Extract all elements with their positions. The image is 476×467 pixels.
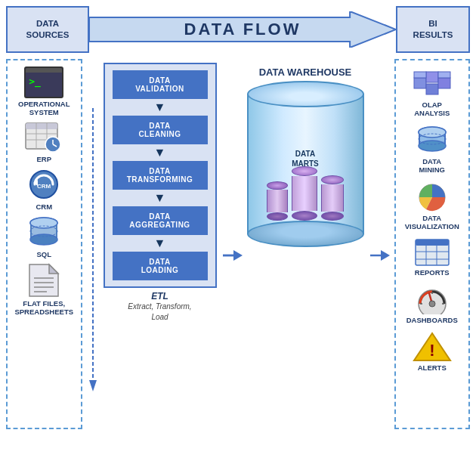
bi-alerts: ! ALERTS — [399, 329, 466, 374]
sql-icon — [26, 215, 62, 249]
svg-marker-32 — [381, 250, 390, 261]
etl-subtitle: Extract, Transform,Load — [128, 302, 191, 323]
svg-rect-2 — [26, 123, 57, 129]
svg-rect-35 — [426, 84, 438, 94]
bi-dashboards: DASHBOARDS — [399, 282, 466, 326]
arrow-4: ▼ — [113, 237, 208, 249]
main-diagram: DATA SOURCES DATA FLOW BI RESULTS > — [0, 0, 476, 435]
svg-marker-27 — [89, 380, 97, 391]
svg-point-44 — [419, 127, 446, 138]
operational-system-icon: >_ — [24, 66, 63, 98]
data-mining-icon — [413, 125, 452, 156]
wh-cylinder-top — [247, 81, 364, 107]
data-marts-group — [267, 166, 344, 221]
reports-label: REPORTS — [415, 268, 450, 277]
alerts-icon: ! — [413, 332, 452, 362]
source-erp: ERP — [11, 122, 78, 163]
etl-column: DATAVALIDATION ▼ DATACLEANING ▼ DATATRAN… — [104, 63, 217, 323]
source-sql: SQL — [11, 215, 78, 258]
arrow-2: ▼ — [113, 147, 208, 159]
etl-step-cleaning: DATACLEANING — [113, 116, 208, 144]
mart-right — [321, 175, 344, 221]
flat-files-icon — [28, 263, 60, 298]
source-flatfiles: FLAT FILES,SPREADSHEETS — [11, 263, 78, 317]
data-sources-column: >_ OPERATIONALSYSTEM — [6, 59, 82, 429]
svg-rect-36 — [438, 78, 450, 88]
etl-step-validation: DATAVALIDATION — [113, 70, 208, 99]
svg-marker-21 — [49, 264, 58, 274]
sql-label: SQL — [36, 250, 51, 258]
bi-results-header: BI RESULTS — [396, 6, 470, 53]
mart-left — [267, 181, 288, 221]
data-sources-header: DATA SOURCES — [6, 6, 89, 53]
crm-icon: CRM — [24, 168, 63, 201]
svg-rect-38 — [438, 72, 450, 78]
wh-cylinder-bottom — [247, 221, 364, 247]
dw-to-bi-arrow — [367, 59, 391, 429]
svg-point-55 — [429, 301, 435, 307]
svg-rect-34 — [426, 72, 438, 82]
svg-point-18 — [30, 218, 57, 228]
visualization-icon — [413, 182, 452, 212]
svg-rect-33 — [414, 78, 426, 88]
svg-rect-37 — [414, 72, 426, 78]
data-warehouse-column: DATA WAREHOUSE DATA MARTS — [247, 66, 364, 247]
mart-center — [292, 166, 317, 221]
svg-text:!: ! — [429, 341, 434, 360]
data-marts-label: DATA MARTS — [292, 149, 319, 169]
src-to-etl-arrow — [85, 59, 100, 429]
bi-olap: OLAPANALYSIS — [399, 66, 466, 120]
flat-files-label: FLAT FILES,SPREADSHEETS — [14, 299, 73, 317]
arrow-1: ▼ — [113, 101, 208, 113]
erp-icon — [24, 122, 63, 153]
data-flow-arrow: DATA FLOW — [89, 11, 396, 48]
alerts-label: ALERTS — [418, 363, 447, 372]
etl-steps-box: DATAVALIDATION ▼ DATACLEANING ▼ DATATRAN… — [104, 63, 217, 288]
etl-footer: ETL Extract, Transform,Load — [128, 291, 191, 323]
svg-text:CRM: CRM — [37, 183, 51, 190]
crm-label: CRM — [36, 203, 52, 211]
source-crm: CRM CRM — [11, 168, 78, 211]
etl-step-loading: DATALOADING — [113, 252, 208, 280]
olap-label: OLAPANALYSIS — [414, 101, 450, 118]
reports-icon — [413, 238, 452, 267]
data-mining-label: DATAMINING — [419, 157, 445, 175]
visualization-label: DATAVISUALIZATION — [405, 214, 459, 231]
svg-rect-48 — [416, 240, 449, 246]
bi-datamining: DATAMINING — [399, 123, 466, 177]
etl-title: ETL — [128, 291, 191, 302]
dw-title: DATA WAREHOUSE — [259, 66, 352, 78]
erp-label: ERP — [36, 155, 51, 163]
bi-visualization: DATAVISUALIZATION — [399, 180, 466, 234]
operational-system-label: OPERATIONALSYSTEM — [18, 100, 70, 117]
svg-point-43 — [419, 141, 446, 151]
etl-step-aggregating: DATAAGGREGATING — [113, 206, 208, 235]
etl-to-dw-arrow — [220, 59, 244, 429]
warehouse-cylinder: DATA MARTS — [247, 81, 364, 247]
bi-results-column: OLAPANALYSIS DATAMINING — [394, 59, 471, 429]
etl-step-transforming: DATATRANSFORMING — [113, 161, 208, 190]
svg-point-17 — [30, 234, 57, 245]
dashboards-label: DASHBOARDS — [406, 316, 458, 324]
source-operational: >_ OPERATIONALSYSTEM — [11, 66, 78, 117]
olap-icon — [413, 69, 452, 99]
data-flow-label: DATA FLOW — [184, 20, 301, 39]
arrow-3: ▼ — [113, 192, 208, 204]
bi-reports: REPORTS — [399, 236, 466, 279]
dashboards-icon — [413, 284, 452, 314]
